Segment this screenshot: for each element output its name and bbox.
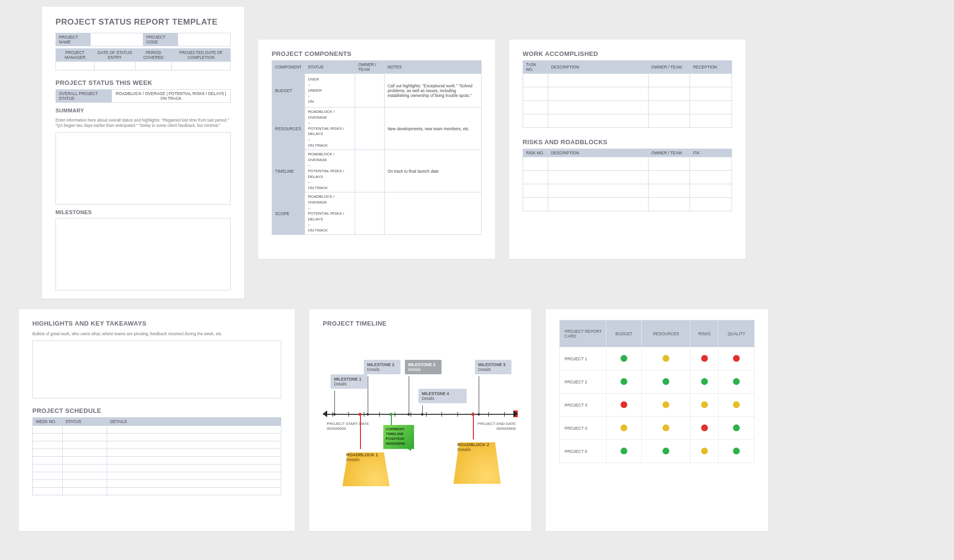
status-dot-icon bbox=[621, 401, 627, 408]
hdr-pm: PROJECT MANAGER bbox=[56, 49, 95, 62]
table-row[interactable] bbox=[33, 488, 281, 495]
rc-status-cell bbox=[606, 417, 641, 440]
rc-status-cell bbox=[642, 440, 691, 463]
table-row[interactable] bbox=[33, 472, 281, 480]
row-budget-notes[interactable]: Call out highlights: "Exceptional work."… bbox=[385, 74, 482, 108]
date-entry-input[interactable] bbox=[94, 62, 135, 70]
table-row[interactable] bbox=[523, 74, 732, 87]
overall-status-options[interactable]: ROADBLOCK / OVERAGE | POTENTIAL RISKS / … bbox=[111, 90, 230, 103]
status-dot-icon bbox=[663, 355, 669, 362]
overall-status: OVERALL PROJECT STATUS ROADBLOCK / OVERA… bbox=[55, 89, 231, 103]
card-work-risks: WORK ACCOMPLISHED TASK NO. DESCRIPTION O… bbox=[509, 40, 746, 259]
status-dot-icon bbox=[733, 355, 740, 362]
table-row[interactable] bbox=[33, 441, 281, 449]
arrow-right-icon bbox=[513, 410, 518, 417]
rc-status-cell bbox=[719, 370, 755, 394]
period-input[interactable] bbox=[135, 62, 171, 70]
table-row[interactable] bbox=[33, 457, 281, 464]
rc-status-cell bbox=[642, 394, 691, 417]
status-dot-icon bbox=[701, 401, 708, 408]
rc-project-name: PROJECT 2 bbox=[560, 370, 607, 394]
table-row[interactable] bbox=[523, 114, 732, 128]
highlights-input[interactable] bbox=[32, 341, 281, 398]
roadblock-2[interactable]: ROADBLOCK 2Details bbox=[454, 439, 501, 484]
card-components: PROJECT COMPONENTS COMPONENT STATUS OWNE… bbox=[258, 40, 495, 259]
table-row[interactable] bbox=[33, 434, 281, 441]
row-resources-status[interactable]: ROADBLOCK / OVERAGE–POTENTIAL RISKS / DE… bbox=[305, 108, 355, 150]
highlights-title: HIGHLIGHTS AND KEY TAKEAWAYS bbox=[32, 320, 281, 327]
table-row[interactable] bbox=[33, 464, 281, 472]
project-code-input[interactable] bbox=[178, 33, 231, 46]
current-position-box[interactable]: CURRENT TIMELINE POSITION00/00/0000 bbox=[383, 425, 414, 451]
status-dot-icon bbox=[621, 355, 627, 362]
milestone-1[interactable]: MILESTONE 1Details bbox=[331, 374, 367, 389]
row-resources-notes[interactable]: New developments, new team members, etc. bbox=[385, 108, 482, 150]
row-timeline-status[interactable]: ROADBLOCK / OVERAGE–POTENTIAL RISKS / DE… bbox=[305, 150, 355, 192]
components-table: COMPONENT STATUS OWNER / TEAM NOTES BUDG… bbox=[272, 60, 482, 235]
timeline-diagram: PROJECT START DATE00/00/0000 PROJECT END… bbox=[323, 331, 518, 505]
work-h4: RECEPTION bbox=[690, 61, 732, 74]
risk-h2: DESCRIPTION bbox=[548, 149, 648, 157]
row-resources-name: RESOURCES bbox=[272, 108, 305, 150]
risk-h4: FIX bbox=[690, 149, 732, 157]
risk-h1: RISK NO. bbox=[523, 149, 548, 157]
status-dot-icon bbox=[663, 378, 669, 385]
table-row[interactable] bbox=[33, 480, 281, 488]
row-resources: RESOURCES ROADBLOCK / OVERAGE–POTENTIAL … bbox=[272, 108, 482, 150]
rc-header-resources: RESOURCES bbox=[642, 320, 691, 347]
hdr-notes: NOTES bbox=[385, 61, 482, 74]
milestone-3[interactable]: MILESTONE 3Details bbox=[405, 360, 442, 374]
components-title: PROJECT COMPONENTS bbox=[272, 50, 482, 57]
summary-input[interactable] bbox=[55, 132, 231, 205]
table-row: PROJECT 2 bbox=[560, 370, 755, 394]
rc-status-cell bbox=[691, 417, 719, 440]
row-budget-owner[interactable] bbox=[355, 74, 385, 108]
work-h3: OWNER / TEAM bbox=[648, 61, 690, 74]
rc-status-cell bbox=[691, 440, 719, 463]
milestone-5[interactable]: MILESTONE 5Details bbox=[475, 360, 512, 374]
row-resources-owner[interactable] bbox=[355, 108, 385, 150]
project-name-input[interactable] bbox=[91, 33, 143, 46]
pm-input[interactable] bbox=[56, 62, 95, 70]
status-dot-icon bbox=[621, 448, 627, 454]
row-scope-notes[interactable] bbox=[385, 192, 482, 235]
table-row[interactable] bbox=[523, 101, 732, 114]
project-meta1: PROJECT NAME PROJECT CODE bbox=[55, 33, 231, 46]
milestone-2[interactable]: MILESTONE 2Details bbox=[364, 360, 401, 374]
completion-input[interactable] bbox=[171, 62, 230, 70]
status-dot-icon bbox=[701, 355, 708, 362]
roadblock-1[interactable]: ROADBLOCK 1Details bbox=[342, 450, 389, 486]
hdr-period: PERIOD COVERED bbox=[135, 49, 171, 62]
row-timeline-notes[interactable]: On track to final launch date bbox=[385, 150, 482, 192]
rc-status-cell bbox=[719, 347, 755, 370]
table-row[interactable] bbox=[523, 184, 732, 198]
status-dot-icon bbox=[621, 378, 627, 385]
project-code-label: PROJECT CODE bbox=[143, 33, 178, 46]
row-timeline-owner[interactable] bbox=[355, 150, 385, 192]
row-scope-owner[interactable] bbox=[355, 192, 385, 235]
table-row: PROJECT 1 bbox=[560, 347, 755, 370]
row-scope-status[interactable]: ROADBLOCK / OVERAGE–POTENTIAL RISKS / DE… bbox=[305, 192, 355, 235]
table-row[interactable] bbox=[33, 449, 281, 457]
status-dot-icon bbox=[701, 378, 708, 385]
table-row[interactable] bbox=[523, 157, 732, 171]
row-budget-status[interactable]: OVER–UNDER–ON bbox=[305, 74, 355, 108]
milestone-4[interactable]: MILESTONE 4Details bbox=[418, 389, 467, 403]
status-dot-icon bbox=[663, 401, 669, 408]
work-h1: TASK NO. bbox=[523, 61, 548, 74]
status-dot-icon bbox=[733, 448, 740, 454]
table-row[interactable] bbox=[523, 87, 732, 101]
rc-status-cell bbox=[691, 394, 719, 417]
table-row[interactable] bbox=[523, 171, 732, 184]
rc-header-quality: QUALITY bbox=[719, 320, 755, 347]
milestones-input[interactable] bbox=[55, 218, 231, 290]
card-overview: PROJECT STATUS REPORT TEMPLATE PROJECT N… bbox=[42, 7, 244, 299]
status-dot-icon bbox=[701, 424, 708, 431]
report-card-table: PROJECT REPORT CARD BUDGET RESOURCES RIS… bbox=[559, 320, 755, 463]
rc-header-budget: BUDGET bbox=[606, 320, 641, 347]
row-budget-name: BUDGET bbox=[272, 74, 305, 108]
work-table: TASK NO. DESCRIPTION OWNER / TEAM RECEPT… bbox=[523, 60, 732, 128]
status-week-title: PROJECT STATUS THIS WEEK bbox=[55, 79, 231, 86]
table-row[interactable] bbox=[523, 198, 732, 211]
table-row[interactable] bbox=[33, 426, 281, 434]
